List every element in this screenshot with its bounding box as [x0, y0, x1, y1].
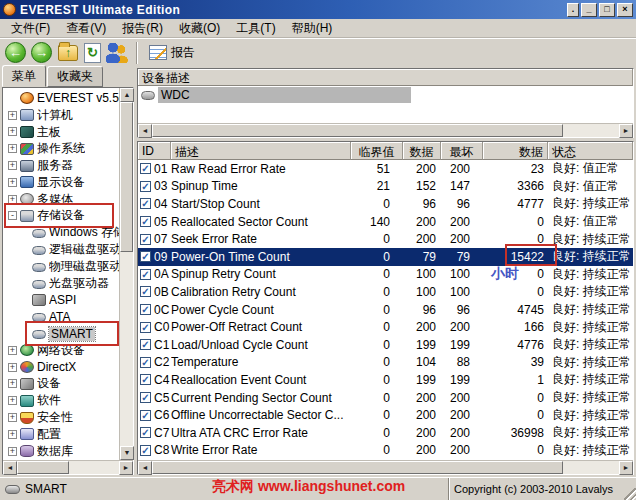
tree-item-info[interactable]: EVEREST v5.50.225	[3, 90, 119, 107]
tree-item-network[interactable]: + 网络设备	[3, 342, 119, 359]
smart-row-C8[interactable]: ✓C8 Write Error Rate 0 200 200 0 良好: 持续正…	[138, 442, 633, 460]
checkbox[interactable]: ✓	[140, 357, 151, 368]
tree-item-storage[interactable]: 光盘驱动器	[3, 275, 119, 292]
expander-icon[interactable]: +	[8, 178, 17, 187]
tree-item-config[interactable]: + 配置	[3, 426, 119, 443]
scroll-thumb[interactable]	[152, 461, 563, 474]
smart-row-C5[interactable]: ✓C5 Current Pending Sector Count 0 200 2…	[138, 389, 633, 407]
menu-item-4[interactable]: 工具(T)	[228, 18, 283, 39]
tree-item-multimedia[interactable]: + 多媒体	[3, 191, 119, 208]
menu-item-5[interactable]: 帮助(H)	[284, 18, 341, 39]
column-desc[interactable]: 描述	[171, 142, 351, 160]
checkbox[interactable]: ✓	[140, 269, 151, 280]
smart-row-05[interactable]: ✓05 Reallocated Sector Count 140 200 200…	[138, 213, 633, 231]
maximize-button[interactable]: □	[599, 3, 615, 17]
expander-icon[interactable]: +	[8, 413, 17, 422]
smart-row-C2[interactable]: ✓C2 Temperature 0 104 88 39 良好: 持续正常	[138, 354, 633, 372]
tree-horizontal-scrollbar[interactable]: ◄ ►	[3, 460, 133, 474]
checkbox[interactable]: ✓	[140, 251, 151, 262]
up-folder-icon[interactable]: ↑	[58, 45, 78, 61]
tree-item-os[interactable]: + 操作系统	[3, 140, 119, 157]
checkbox[interactable]: ✓	[140, 304, 151, 315]
tree-item-storage[interactable]: 逻辑磁盘驱动器	[3, 241, 119, 258]
tree-item-storage[interactable]: - 存储设备	[3, 208, 119, 225]
expander-icon[interactable]: +	[8, 161, 17, 170]
checkbox[interactable]: ✓	[140, 410, 151, 421]
smart-row-0C[interactable]: ✓0C Power Cycle Count 0 96 96 4745 良好: 持…	[138, 301, 633, 319]
smart-row-C4[interactable]: ✓C4 Reallocation Event Count 0 199 199 1…	[138, 371, 633, 389]
tree-item-computer[interactable]: + 计算机	[3, 107, 119, 124]
smart-row-C7[interactable]: ✓C7 Ultra ATA CRC Error Rate 0 200 200 3…	[138, 424, 633, 442]
scroll-right-icon[interactable]: ►	[619, 461, 633, 475]
minimize-button[interactable]: _	[581, 3, 597, 17]
scroll-up-icon[interactable]: ▲	[120, 88, 134, 102]
smart-row-0B[interactable]: ✓0B Calibration Retry Count 0 100 100 0 …	[138, 283, 633, 301]
expander-icon[interactable]: -	[8, 211, 17, 220]
menu-item-1[interactable]: 查看(V)	[58, 18, 114, 39]
smart-row-C6[interactable]: ✓C6 Offline Uncorrectable Sector C... 0 …	[138, 406, 633, 424]
expander-icon[interactable]: +	[8, 127, 17, 136]
column-value[interactable]: 数据	[403, 142, 441, 160]
checkbox[interactable]: ✓	[140, 322, 151, 333]
table-horizontal-scrollbar[interactable]: ◄ ►	[138, 460, 633, 474]
menu-item-3[interactable]: 收藏(O)	[171, 18, 228, 39]
smart-row-0A[interactable]: ✓0A Spinup Retry Count 0 100 100 0 良好: 持…	[138, 266, 633, 284]
report-button[interactable]: 报告	[146, 42, 201, 63]
checkbox[interactable]: ✓	[140, 163, 151, 174]
checkbox[interactable]: ✓	[140, 198, 151, 209]
expander-icon[interactable]: +	[8, 396, 17, 405]
tree-item-security[interactable]: + 安全性	[3, 409, 119, 426]
checkbox[interactable]: ✓	[140, 234, 151, 245]
tree-item-devices[interactable]: + 设备	[3, 376, 119, 393]
smart-row-04[interactable]: ✓04 Start/Stop Count 0 96 96 4777 良好: 持续…	[138, 195, 633, 213]
smart-row-C0[interactable]: ✓C0 Power-Off Retract Count 0 200 200 16…	[138, 318, 633, 336]
expander-icon[interactable]: +	[8, 195, 17, 204]
expander-icon[interactable]: +	[8, 111, 17, 120]
menu-item-2[interactable]: 报告(R)	[114, 18, 171, 39]
scroll-left-icon[interactable]: ◄	[138, 461, 152, 475]
tab-favorites[interactable]: 收藏夹	[47, 66, 103, 87]
expander-icon[interactable]	[8, 94, 17, 103]
checkbox[interactable]: ✓	[140, 216, 151, 227]
tree-item-directx[interactable]: + DirectX	[3, 359, 119, 376]
tree-item-storage[interactable]: Windows 存储	[3, 224, 119, 241]
column-worst[interactable]: 最坏	[441, 142, 483, 160]
smart-row-01[interactable]: ✓01 Raw Read Error Rate 51 200 200 23 良好…	[138, 160, 633, 178]
expander-icon[interactable]: +	[8, 346, 17, 355]
scroll-left-icon[interactable]: ◄	[138, 124, 152, 138]
tree-item-database[interactable]: + 数据库	[3, 443, 119, 460]
smart-row-C1[interactable]: ✓C1 Load/Unload Cycle Count 0 199 199 47…	[138, 336, 633, 354]
back-icon[interactable]: ←	[5, 42, 26, 63]
smart-row-09[interactable]: ✓09 Power-On Time Count 0 79 79 15422 良好…	[138, 248, 633, 266]
tree-item-devices[interactable]: ASPI	[3, 292, 119, 309]
tree-item-software[interactable]: + 软件	[3, 392, 119, 409]
refresh-icon[interactable]: ↻	[84, 43, 101, 63]
smart-row-07[interactable]: ✓07 Seek Error Rate 0 200 200 0 良好: 持续正常	[138, 230, 633, 248]
tree-item-server[interactable]: + 服务器	[3, 157, 119, 174]
smart-row-03[interactable]: ✓03 Spinup Time 21 152 147 3366 良好: 值正常	[138, 178, 633, 196]
scroll-right-icon[interactable]: ►	[619, 124, 633, 138]
column-data[interactable]: 数据	[483, 142, 548, 160]
checkbox[interactable]: ✓	[140, 181, 151, 192]
checkbox[interactable]: ✓	[140, 392, 151, 403]
device-horizontal-scrollbar[interactable]: ◄ ►	[138, 123, 633, 137]
forward-icon[interactable]: →	[31, 42, 52, 63]
scroll-thumb[interactable]	[152, 124, 563, 137]
scroll-right-icon[interactable]: ►	[119, 461, 133, 475]
extra-button[interactable]: .	[567, 3, 579, 17]
tab-menu[interactable]: 菜单	[2, 65, 46, 87]
scroll-down-icon[interactable]: ▼	[120, 446, 134, 460]
tree-item-storage[interactable]: 物理磁盘驱动器	[3, 258, 119, 275]
checkbox[interactable]: ✓	[140, 286, 151, 297]
expander-icon[interactable]: +	[8, 430, 17, 439]
expander-icon[interactable]: +	[8, 447, 17, 456]
users-icon[interactable]	[106, 43, 128, 63]
expander-icon[interactable]: +	[8, 363, 17, 372]
column-threshold[interactable]: 临界值	[351, 142, 403, 160]
device-row[interactable]: WDC	[138, 86, 633, 103]
column-status[interactable]: 状态	[548, 142, 633, 160]
scroll-thumb[interactable]	[120, 102, 133, 252]
column-id[interactable]: ID	[138, 142, 171, 160]
checkbox[interactable]: ✓	[140, 374, 151, 385]
tree-item-display[interactable]: + 显示设备	[3, 174, 119, 191]
